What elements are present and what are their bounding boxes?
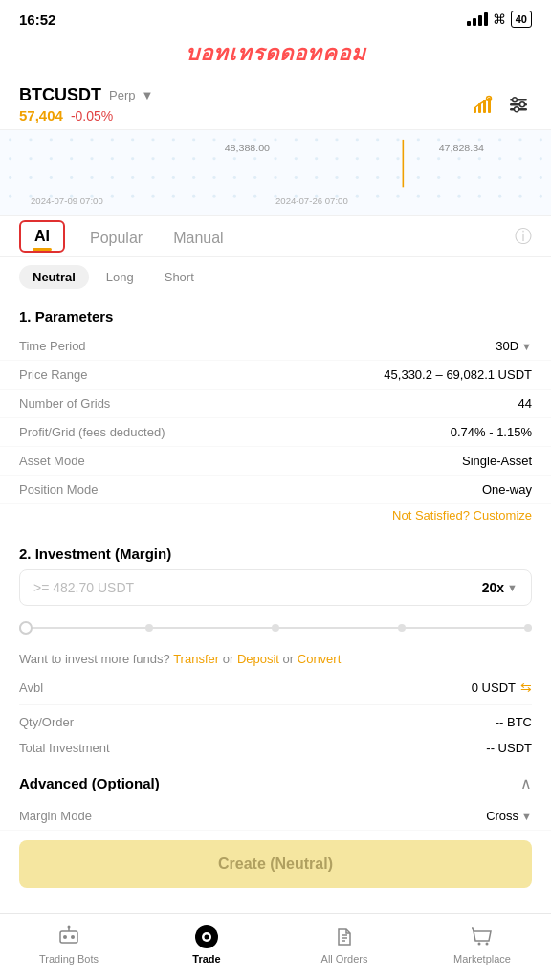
svg-text:48,388.00: 48,388.00 — [225, 143, 271, 153]
svg-point-17 — [111, 138, 114, 141]
param-time-period: Time Period 30D ▼ — [0, 332, 551, 361]
info-icon[interactable]: ⓘ — [515, 225, 532, 248]
svg-point-68 — [50, 176, 53, 179]
svg-point-38 — [540, 138, 542, 141]
customize-link[interactable]: Not Satisfied? Customize — [0, 504, 551, 530]
wifi-icon: ⌘ — [493, 11, 506, 27]
convert-link[interactable]: Convert — [298, 652, 342, 666]
svg-point-132 — [205, 934, 209, 939]
all-orders-icon — [332, 924, 357, 949]
svg-point-47 — [172, 157, 175, 160]
svg-point-86 — [417, 176, 420, 179]
svg-point-92 — [540, 176, 542, 179]
svg-point-103 — [212, 195, 215, 198]
bottom-nav: Trading Bots Trade — [0, 913, 551, 980]
deposit-link[interactable]: Deposit — [237, 652, 279, 666]
svg-point-113 — [417, 195, 420, 198]
svg-point-77 — [233, 176, 236, 179]
svg-point-57 — [376, 157, 379, 160]
status-time: 16:52 — [19, 11, 55, 28]
brand-text: บอทเทรดดอทคอม — [186, 36, 366, 70]
svg-point-37 — [518, 138, 521, 141]
tab-manual[interactable]: Manual — [158, 216, 238, 256]
nav-marketplace[interactable]: Marketplace — [413, 924, 551, 965]
divider-1 — [19, 704, 532, 705]
svg-point-129 — [68, 925, 71, 928]
signal-bars-icon — [467, 12, 488, 26]
svg-point-111 — [376, 195, 379, 198]
svg-point-70 — [90, 176, 93, 179]
battery-icon: 40 — [511, 11, 532, 28]
total-investment-row: Total Investment -- USDT — [0, 735, 551, 761]
transfer-link[interactable]: Transfer — [173, 652, 219, 666]
leverage-tag[interactable]: 20x ▼ — [482, 580, 518, 595]
svg-point-118 — [518, 195, 521, 198]
sub-tab-short[interactable]: Short — [151, 265, 208, 289]
svg-point-101 — [172, 195, 175, 198]
pair-chevron-icon[interactable]: ▼ — [141, 88, 153, 102]
leverage-slider[interactable] — [0, 617, 551, 644]
param-profit-grid: Profit/Grid (fees deducted) 0.74% - 1.15… — [0, 418, 551, 447]
svg-point-52 — [274, 157, 276, 160]
svg-point-64 — [518, 157, 521, 160]
svg-point-112 — [396, 195, 399, 198]
settings-icon[interactable] — [505, 91, 532, 118]
svg-point-59 — [417, 157, 420, 160]
svg-point-60 — [437, 157, 440, 160]
svg-point-9 — [520, 102, 525, 107]
nav-trade[interactable]: Trade — [138, 924, 276, 965]
svg-point-58 — [396, 157, 399, 160]
svg-point-36 — [498, 138, 501, 141]
status-bar: 16:52 ⌘ 40 — [0, 0, 551, 34]
svg-text:2024-07-26 07:00: 2024-07-26 07:00 — [276, 196, 348, 206]
svg-point-76 — [212, 176, 215, 179]
svg-point-41 — [50, 157, 53, 160]
svg-point-105 — [253, 195, 256, 198]
svg-point-49 — [212, 157, 215, 160]
svg-point-48 — [192, 157, 195, 160]
tab-ai[interactable]: AI — [19, 220, 65, 253]
trade-icon — [194, 924, 219, 949]
qty-order-row: Qty/Order -- BTC — [0, 709, 551, 735]
margin-mode-row: Margin Mode Cross ▼ — [0, 802, 551, 831]
svg-point-104 — [233, 195, 236, 198]
sub-tab-long[interactable]: Long — [93, 265, 147, 289]
svg-point-33 — [437, 138, 440, 141]
nav-trade-label: Trade — [192, 953, 220, 965]
svg-point-75 — [192, 176, 195, 179]
svg-point-29 — [356, 138, 359, 141]
nav-all-orders[interactable]: All Orders — [276, 924, 413, 965]
svg-point-45 — [131, 157, 134, 160]
collapse-icon[interactable]: ∧ — [520, 774, 532, 792]
avbl-row: Avbl 0 USDT ⇆ — [0, 674, 551, 701]
param-num-grids: Number of Grids 44 — [0, 390, 551, 418]
svg-point-42 — [70, 157, 73, 160]
create-button[interactable]: Create (Neutral) — [19, 840, 532, 888]
tab-popular[interactable]: Popular — [75, 216, 158, 256]
svg-point-84 — [376, 176, 379, 179]
chart-area: 48,388.00 47,828.34 2024-07-09 07:00 202… — [0, 130, 551, 216]
svg-point-18 — [131, 138, 134, 141]
svg-point-28 — [335, 138, 338, 141]
svg-point-8 — [513, 98, 518, 102]
sub-tabs: Neutral Long Short — [0, 257, 551, 293]
svg-point-90 — [498, 176, 501, 179]
svg-point-54 — [315, 157, 318, 160]
svg-point-127 — [71, 935, 75, 939]
status-icons: ⌘ 40 — [467, 11, 532, 28]
nav-trading-bots[interactable]: Trading Bots — [0, 924, 138, 965]
sub-tab-neutral[interactable]: Neutral — [19, 265, 89, 289]
nav-marketplace-label: Marketplace — [453, 953, 511, 965]
svg-point-27 — [315, 138, 318, 141]
marketplace-icon — [470, 924, 495, 949]
investment-box[interactable]: >= 482.70 USDT 20x ▼ — [19, 569, 532, 606]
svg-point-63 — [498, 157, 501, 160]
price-value: 57,404 — [19, 107, 63, 123]
svg-point-74 — [172, 176, 175, 179]
refresh-icon[interactable]: ⇆ — [520, 679, 532, 695]
svg-point-16 — [90, 138, 93, 141]
chart-icon[interactable] — [469, 91, 496, 118]
parameters-title: 1. Parameters — [0, 293, 551, 332]
svg-point-85 — [396, 176, 399, 179]
fund-links: Want to invest more funds? Transfer or D… — [0, 644, 551, 674]
